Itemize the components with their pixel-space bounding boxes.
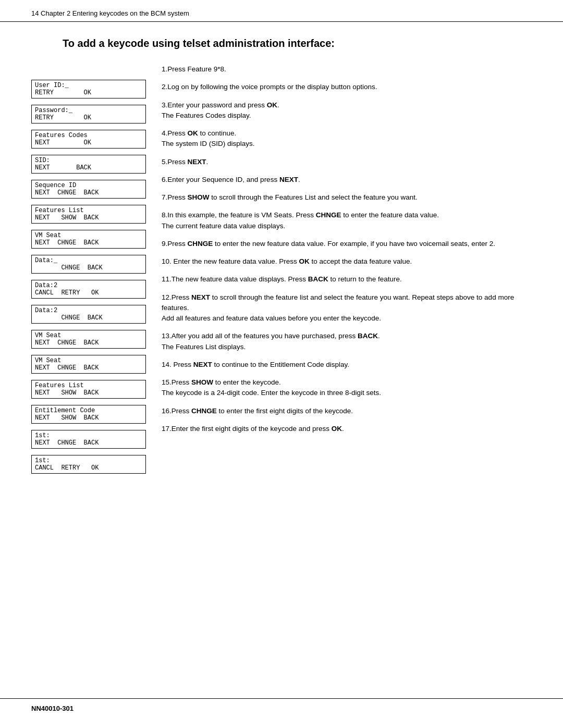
display-data-2b: Data:2 CHNGE BACK xyxy=(31,305,146,324)
step-13-text: 13.After you add all of the features you… xyxy=(162,332,380,350)
display-1st-b: 1st: CANCL RETRY OK xyxy=(31,455,146,474)
steps-column: 1.Press Feature 9*8. 2.Log on by followi… xyxy=(162,64,532,441)
display-vm-seat-3: VM Seat NEXT CHNGE BACK xyxy=(31,355,146,374)
display-sid-line2: NEXT BACK xyxy=(35,164,142,171)
page-title: To add a keycode using telset administra… xyxy=(63,38,532,50)
step-6-text: 6.Enter your Sequence ID, and press NEXT… xyxy=(162,176,300,183)
display-vm-seat-1-line1: VM Seat xyxy=(35,232,142,239)
step-6: 6.Enter your Sequence ID, and press NEXT… xyxy=(162,175,532,185)
display-entitlement-code-line2: NEXT SHOW BACK xyxy=(35,414,142,422)
step-10: 10. Enter the new feature data value. Pr… xyxy=(162,256,532,267)
display-features-list-2-line2: NEXT SHOW BACK xyxy=(35,389,142,397)
step-13: 13.After you add all of the features you… xyxy=(162,331,532,352)
step-16: 16.Press CHNGE to enter the first eight … xyxy=(162,406,532,416)
display-1st-b-line1: 1st: xyxy=(35,457,142,464)
display-1st-b-line2: CANCL RETRY OK xyxy=(35,464,142,472)
display-features-codes-line1: Features Codes xyxy=(35,132,142,139)
step-17-text: 17.Enter the first eight digits of the k… xyxy=(162,425,344,433)
step-9: 9.Press CHNGE to enter the new feature d… xyxy=(162,239,532,249)
display-boxes-column: User ID:_ RETRY OK Password:_ RETRY OK F… xyxy=(31,64,146,480)
step-1-text: 1.Press Feature 9*8. xyxy=(162,65,226,73)
display-features-list-1-line1: Features List xyxy=(35,207,142,214)
two-column-layout: User ID:_ RETRY OK Password:_ RETRY OK F… xyxy=(31,64,532,480)
step-3: 3.Enter your password and press OK.The F… xyxy=(162,100,532,121)
step-16-text: 16.Press CHNGE to enter the first eight … xyxy=(162,407,353,415)
display-password: Password:_ RETRY OK xyxy=(31,105,146,124)
display-data-2b-line2: CHNGE BACK xyxy=(35,314,142,322)
display-1st-a: 1st: NEXT CHNGE BACK xyxy=(31,430,146,449)
display-sequence-id: Sequence ID NEXT CHNGE BACK xyxy=(31,180,146,199)
step-15: 15.Press SHOW to enter the keycode.The k… xyxy=(162,377,532,399)
step-15-text: 15.Press SHOW to enter the keycode.The k… xyxy=(162,378,381,397)
main-content: To add a keycode using telset administra… xyxy=(0,22,563,511)
page: 14 Chapter 2 Entering keycodes on the BC… xyxy=(0,0,563,728)
display-vm-seat-3-line2: NEXT CHNGE BACK xyxy=(35,364,142,372)
header-chapter-text: 14 Chapter 2 Entering keycodes on the BC… xyxy=(31,9,189,17)
display-vm-seat-2-line1: VM Seat xyxy=(35,332,142,339)
display-vm-seat-1-line2: NEXT CHNGE BACK xyxy=(35,239,142,246)
step-2-text: 2.Log on by following the voice prompts … xyxy=(162,83,377,91)
step-10-text: 10. Enter the new feature data value. Pr… xyxy=(162,257,412,265)
display-entitlement-code-line1: Entitlement Code xyxy=(35,407,142,414)
step-11: 11.The new feature data value displays. … xyxy=(162,274,532,285)
display-user-id-line1: User ID:_ xyxy=(35,82,142,89)
display-sid-line1: SID: xyxy=(35,157,142,164)
page-header: 14 Chapter 2 Entering keycodes on the BC… xyxy=(0,0,563,22)
display-data-blank-line2: CHNGE BACK xyxy=(35,264,142,272)
step-14: 14. Press NEXT to continue to the Entitl… xyxy=(162,360,532,370)
step-1: 1.Press Feature 9*8. xyxy=(162,64,532,75)
display-features-list-2-line1: Features List xyxy=(35,382,142,389)
step-5: 5.Press NEXT. xyxy=(162,157,532,167)
display-password-line1: Password:_ xyxy=(35,107,142,114)
step-14-text: 14. Press NEXT to continue to the Entitl… xyxy=(162,361,349,368)
display-features-codes-line2: NEXT OK xyxy=(35,139,142,146)
step-11-text: 11.The new feature data value displays. … xyxy=(162,275,402,283)
step-4: 4.Press OK to continue.The system ID (SI… xyxy=(162,128,532,150)
display-sequence-id-line1: Sequence ID xyxy=(35,182,142,189)
display-data-blank: Data:_ CHNGE BACK xyxy=(31,255,146,274)
step-8: 8.In this example, the feature is VM Sea… xyxy=(162,210,532,231)
step-7-text: 7.Press SHOW to scroll through the Featu… xyxy=(162,193,418,201)
display-features-codes: Features Codes NEXT OK xyxy=(31,130,146,149)
display-features-list-2: Features List NEXT SHOW BACK xyxy=(31,380,146,399)
display-vm-seat-1: VM Seat NEXT CHNGE BACK xyxy=(31,230,146,249)
step-2: 2.Log on by following the voice prompts … xyxy=(162,82,532,92)
display-entitlement-code: Entitlement Code NEXT SHOW BACK xyxy=(31,405,146,424)
display-password-line2: RETRY OK xyxy=(35,114,142,121)
display-sid: SID: NEXT BACK xyxy=(31,155,146,174)
page-footer: NN40010-301 xyxy=(0,698,563,718)
display-sequence-id-line2: NEXT CHNGE BACK xyxy=(35,189,142,196)
step-5-text: 5.Press NEXT. xyxy=(162,158,208,166)
step-7: 7.Press SHOW to scroll through the Featu… xyxy=(162,192,532,203)
display-vm-seat-3-line1: VM Seat xyxy=(35,357,142,364)
footer-page-number: NN40010-301 xyxy=(31,705,74,712)
display-features-list-1: Features List NEXT SHOW BACK xyxy=(31,205,146,224)
display-user-id-line2: RETRY OK xyxy=(35,89,142,96)
display-data-2a: Data:2 CANCL RETRY OK xyxy=(31,280,146,299)
display-data-2a-line2: CANCL RETRY OK xyxy=(35,289,142,297)
step-12-text: 12.Press NEXT to scroll through the feat… xyxy=(162,293,514,323)
step-12: 12.Press NEXT to scroll through the feat… xyxy=(162,292,532,324)
display-features-list-1-line2: NEXT SHOW BACK xyxy=(35,214,142,221)
display-1st-a-line1: 1st: xyxy=(35,432,142,439)
display-user-id: User ID:_ RETRY OK xyxy=(31,80,146,98)
display-data-2b-line1: Data:2 xyxy=(35,307,142,314)
step-17: 17.Enter the first eight digits of the k… xyxy=(162,424,532,434)
display-1st-a-line2: NEXT CHNGE BACK xyxy=(35,439,142,447)
display-data-2a-line1: Data:2 xyxy=(35,282,142,289)
step-8-text: 8.In this example, the feature is VM Sea… xyxy=(162,211,439,229)
display-data-blank-line1: Data:_ xyxy=(35,257,142,264)
step-9-text: 9.Press CHNGE to enter the new feature d… xyxy=(162,240,495,248)
display-vm-seat-2: VM Seat NEXT CHNGE BACK xyxy=(31,330,146,349)
display-vm-seat-2-line2: NEXT CHNGE BACK xyxy=(35,339,142,347)
step-3-text: 3.Enter your password and press OK.The F… xyxy=(162,101,279,119)
step-4-text: 4.Press OK to continue.The system ID (SI… xyxy=(162,129,255,147)
